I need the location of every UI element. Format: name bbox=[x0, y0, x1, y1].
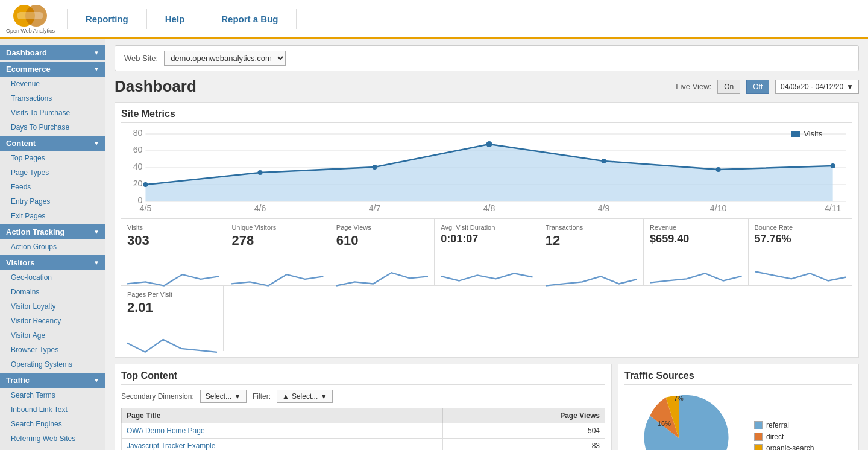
sidebar-item-referring-web-sites[interactable]: Referring Web Sites bbox=[0, 431, 105, 446]
site-metrics-chart: 80 60 40 20 0 4/5 4/6 4/7 4/8 4/9 4/10 4… bbox=[121, 128, 852, 212]
legend-item-direct: direct bbox=[754, 433, 814, 441]
sidebar-section-ecommerce-label: Ecommerce bbox=[6, 65, 51, 74]
sidebar-item-feeds[interactable]: Feeds bbox=[0, 180, 105, 194]
live-view-off-button[interactable]: Off bbox=[746, 80, 769, 94]
svg-text:7%: 7% bbox=[674, 395, 684, 402]
layout: Dashboard ▼ Ecommerce ▼ Revenue Transact… bbox=[0, 39, 868, 450]
svg-rect-28 bbox=[791, 131, 800, 137]
sidebar-item-visits-to-purchase[interactable]: Visits To Purchase bbox=[0, 106, 105, 120]
metric-page-views-value: 610 bbox=[336, 233, 428, 249]
svg-text:4/10: 4/10 bbox=[710, 203, 727, 212]
svg-text:80: 80 bbox=[133, 128, 143, 138]
nav-reporting[interactable]: Reporting bbox=[67, 9, 147, 29]
sidebar-section-dashboard[interactable]: Dashboard ▼ bbox=[0, 45, 105, 60]
sidebar-section-action-tracking[interactable]: Action Tracking ▼ bbox=[0, 224, 105, 239]
sidebar-item-top-pages[interactable]: Top Pages bbox=[0, 151, 105, 165]
sidebar-item-operating-systems[interactable]: Operating Systems bbox=[0, 357, 105, 372]
metric-pages-per-visit-label: Pages Per Visit bbox=[127, 291, 217, 298]
site-metrics-title: Site Metrics bbox=[121, 109, 852, 123]
sidebar-section-traffic[interactable]: Traffic ▼ bbox=[0, 373, 105, 388]
svg-marker-20 bbox=[145, 144, 832, 201]
sidebar-chevron-ecommerce: ▼ bbox=[93, 66, 99, 72]
logo-icon bbox=[12, 4, 48, 28]
bounce-rate-sparkline bbox=[755, 248, 846, 305]
page-views-sparkline bbox=[336, 251, 428, 308]
top-content-title: Top Content bbox=[121, 370, 605, 385]
metric-card-transactions: Transactions 12 bbox=[539, 219, 644, 285]
row-2-link[interactable]: Javascript Tracker Example bbox=[127, 442, 215, 450]
sidebar-item-search-engines[interactable]: Search Engines bbox=[0, 417, 105, 431]
traffic-sources-panel: Traffic Sources bbox=[618, 364, 859, 450]
sidebar-section-content-label: Content bbox=[6, 139, 36, 148]
nav-help[interactable]: Help bbox=[147, 9, 204, 29]
traffic-sources-title: Traffic Sources bbox=[624, 370, 852, 385]
row-2-title: Javascript Tracker Example bbox=[122, 439, 443, 450]
table-row: OWA Demo Home Page 504 bbox=[122, 423, 605, 439]
top-content-table: Page Title Page Views OWA Demo Home Page… bbox=[121, 408, 605, 450]
metric-transactions-value: 12 bbox=[546, 233, 637, 249]
date-range-selector[interactable]: 04/05/20 - 04/12/20 ▼ bbox=[775, 80, 859, 94]
sidebar: Dashboard ▼ Ecommerce ▼ Revenue Transact… bbox=[0, 39, 105, 450]
sidebar-item-days-to-purchase[interactable]: Days To Purchase bbox=[0, 120, 105, 135]
sidebar-item-visitor-loyalty[interactable]: Visitor Loyalty bbox=[0, 299, 105, 314]
sidebar-item-revenue[interactable]: Revenue bbox=[0, 77, 105, 91]
svg-point-23 bbox=[372, 165, 377, 170]
filter-chevron-icon: ▼ bbox=[320, 392, 327, 401]
metric-cards: Visits 303 Unique Visitors 278 Page bbox=[121, 218, 852, 285]
svg-text:4/11: 4/11 bbox=[825, 203, 841, 212]
sidebar-item-visitor-recency[interactable]: Visitor Recency bbox=[0, 314, 105, 328]
nav-bug[interactable]: Report a Bug bbox=[203, 9, 297, 29]
metric-visits-label: Visits bbox=[127, 224, 219, 231]
metric-pages-per-visit-value: 2.01 bbox=[127, 300, 217, 315]
sidebar-chevron-action-tracking: ▼ bbox=[93, 229, 99, 235]
row-2-views: 83 bbox=[443, 439, 605, 450]
metric-unique-visitors-label: Unique Visitors bbox=[231, 224, 323, 231]
live-view-on-button[interactable]: On bbox=[717, 80, 740, 94]
svg-rect-2 bbox=[17, 12, 43, 19]
website-label: Web Site: bbox=[124, 54, 158, 63]
secondary-dimension-label: Secondary Dimension: bbox=[121, 392, 194, 401]
svg-text:4/5: 4/5 bbox=[140, 203, 152, 212]
sidebar-section-visitors[interactable]: Visitors ▼ bbox=[0, 255, 105, 270]
unique-visitors-sparkline bbox=[231, 251, 323, 308]
row-1-link[interactable]: OWA Demo Home Page bbox=[127, 426, 205, 435]
sidebar-item-domains[interactable]: Domains bbox=[0, 285, 105, 299]
dashboard-controls: Live View: On Off 04/05/20 - 04/12/20 ▼ bbox=[676, 80, 859, 94]
svg-point-25 bbox=[602, 159, 606, 163]
secondary-dimension-select[interactable]: Select... ▼ bbox=[200, 390, 247, 403]
sidebar-item-search-terms[interactable]: Search Terms bbox=[0, 388, 105, 402]
sidebar-item-visitor-age[interactable]: Visitor Age bbox=[0, 328, 105, 343]
filter-select[interactable]: ▲ Select... ▼ bbox=[277, 390, 333, 403]
sidebar-chevron-content: ▼ bbox=[93, 140, 99, 147]
svg-point-26 bbox=[716, 167, 721, 172]
sidebar-item-geo-location[interactable]: Geo-location bbox=[0, 270, 105, 285]
sidebar-chevron-visitors: ▼ bbox=[93, 259, 99, 266]
logo-area: Open Web Analytics bbox=[6, 4, 55, 34]
sidebar-item-entry-pages[interactable]: Entry Pages bbox=[0, 194, 105, 209]
sidebar-item-exit-pages[interactable]: Exit Pages bbox=[0, 209, 105, 223]
metric-revenue-value: $659.40 bbox=[650, 233, 741, 246]
logo-text: Open Web Analytics bbox=[6, 28, 55, 34]
sidebar-item-action-groups[interactable]: Action Groups bbox=[0, 239, 105, 254]
metric-avg-visit-duration-label: Avg. Visit Duration bbox=[441, 224, 532, 231]
sidebar-item-inbound-link-text[interactable]: Inbound Link Text bbox=[0, 402, 105, 417]
svg-text:16%: 16% bbox=[658, 420, 671, 427]
sidebar-section-action-tracking-label: Action Tracking bbox=[6, 227, 65, 236]
legend-label-referral: referral bbox=[766, 421, 789, 429]
sidebar-item-transactions[interactable]: Transactions bbox=[0, 91, 105, 106]
sidebar-item-page-types[interactable]: Page Types bbox=[0, 165, 105, 180]
website-select[interactable]: demo.openwebanalytics.com bbox=[164, 51, 286, 66]
site-metrics-panel: Site Metrics 80 60 40 20 0 4 bbox=[115, 102, 859, 358]
row-1-views: 504 bbox=[443, 423, 605, 439]
sidebar-item-browser-types[interactable]: Browser Types bbox=[0, 343, 105, 357]
sidebar-section-dashboard-label: Dashboard bbox=[6, 48, 47, 57]
svg-point-22 bbox=[257, 170, 262, 175]
metric-card-page-views: Page Views 610 bbox=[330, 219, 435, 285]
main-content: Web Site: demo.openwebanalytics.com Dash… bbox=[105, 39, 868, 450]
avg-visit-duration-sparkline bbox=[441, 248, 532, 305]
date-range-chevron-icon: ▼ bbox=[846, 83, 854, 91]
svg-text:4/6: 4/6 bbox=[254, 203, 266, 212]
dashboard-title: Dashboard bbox=[115, 77, 197, 96]
sidebar-section-content[interactable]: Content ▼ bbox=[0, 136, 105, 151]
sidebar-section-ecommerce[interactable]: Ecommerce ▼ bbox=[0, 62, 105, 77]
